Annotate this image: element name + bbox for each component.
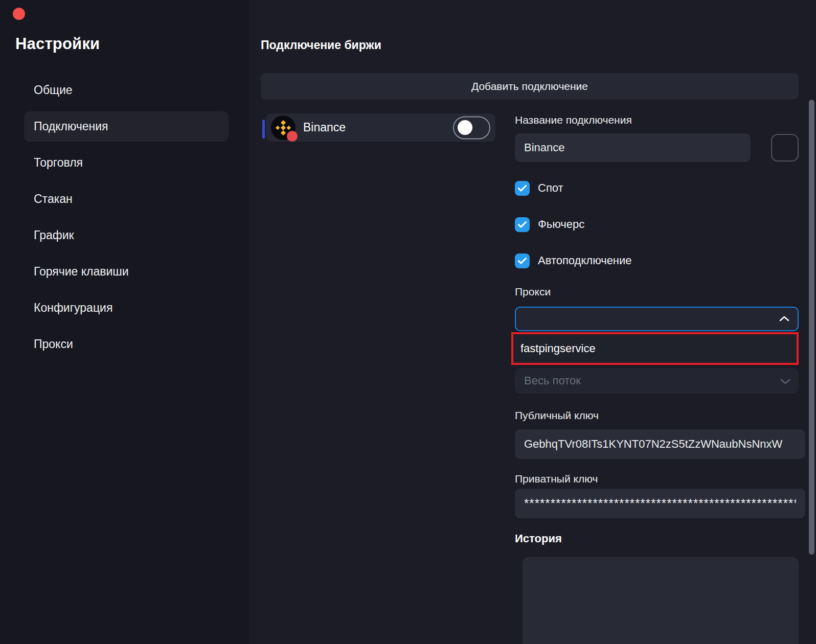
connection-color-picker[interactable] (771, 134, 799, 162)
spot-label: Спот (538, 181, 563, 195)
private-key-input[interactable] (515, 489, 805, 518)
sidebar-item-configuration[interactable]: Конфигурация (24, 293, 229, 323)
close-window-button[interactable] (13, 8, 25, 20)
connection-name: Binance (303, 121, 346, 134)
connections-list: Binance (261, 113, 495, 644)
stream-select-value: Весь поток (524, 374, 581, 387)
futures-checkbox-row: Фьючерс (515, 217, 799, 232)
connection-status-dot (287, 131, 298, 142)
connection-row-binance[interactable]: Binance (266, 113, 495, 142)
chevron-up-icon (779, 314, 789, 324)
add-connection-button[interactable]: Добавить подключение (261, 73, 799, 99)
content-row: Binance Название подключения (261, 113, 799, 644)
connection-name-label: Название подключения (515, 113, 799, 127)
connection-name-input[interactable] (515, 133, 751, 162)
proxy-label: Прокси (515, 285, 799, 298)
private-key-label: Приватный ключ (515, 472, 799, 486)
futures-checkbox[interactable] (515, 217, 530, 232)
sidebar-item-proxy[interactable]: Прокси (24, 329, 229, 359)
futures-label: Фьючерс (538, 218, 584, 231)
sidebar-item-trading[interactable]: Торговля (24, 148, 229, 178)
sidebar-item-chart[interactable]: График (24, 220, 229, 250)
proxy-select[interactable] (515, 307, 799, 331)
sidebar-item-connections[interactable]: Подключения (24, 111, 229, 142)
public-key-input[interactable] (515, 429, 805, 459)
settings-window: Настройки Общие Подключения Торговля Ста… (0, 0, 816, 644)
proxy-option-fastpingservice[interactable]: fastpingservice (513, 334, 797, 363)
history-label: История (515, 532, 799, 546)
toggle-knob (458, 120, 472, 135)
sidebar-title: Настройки (15, 35, 249, 53)
history-box (523, 557, 799, 644)
stream-select[interactable]: Весь поток (515, 368, 799, 394)
autoconnect-label: Автоподключение (538, 254, 632, 267)
public-key-label: Публичный ключ (515, 409, 799, 422)
connection-accent-bar (262, 120, 265, 139)
exchange-connection-panel: Подключение биржи Добавить подключение (249, 0, 816, 644)
spot-checkbox[interactable] (515, 181, 530, 196)
spot-checkbox-row: Спот (515, 180, 799, 196)
binance-logo-icon (271, 116, 296, 140)
connection-settings-form: Название подключения Спот (515, 113, 799, 644)
page-title: Подключение биржи (261, 38, 799, 52)
connection-toggle[interactable] (453, 116, 490, 139)
sidebar-item-general[interactable]: Общие (24, 75, 229, 105)
chevron-down-icon (780, 374, 790, 387)
autoconnect-checkbox[interactable] (515, 254, 530, 268)
sidebar-item-orderbook[interactable]: Стакан (24, 184, 229, 214)
sidebar-nav: Общие Подключения Торговля Стакан График… (0, 75, 249, 359)
vertical-scrollbar[interactable] (809, 100, 814, 555)
settings-sidebar: Настройки Общие Подключения Торговля Ста… (0, 0, 249, 644)
annotation-highlight-box: fastpingservice (511, 332, 799, 365)
autoconnect-checkbox-row: Автоподключение (515, 253, 799, 268)
connection-name-row (515, 133, 799, 162)
sidebar-item-hotkeys[interactable]: Горячие клавиши (24, 257, 229, 287)
